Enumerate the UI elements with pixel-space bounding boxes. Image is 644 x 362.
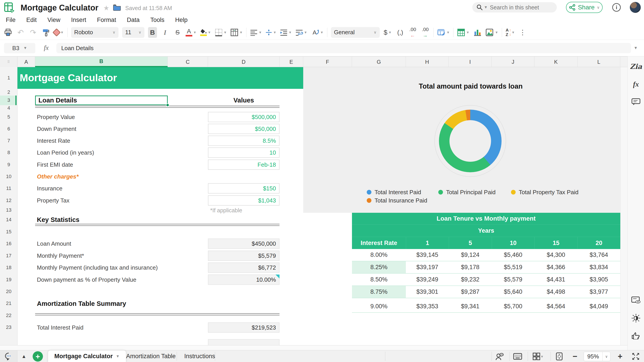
vertical-scrollbar-track[interactable] (620, 67, 628, 345)
header-key-statistics[interactable]: Key Statistics (37, 216, 80, 223)
row-header-2[interactable]: 2 (0, 89, 18, 95)
info-button[interactable]: i (612, 3, 621, 12)
zoom-level-select[interactable]: 95% ∨ (584, 352, 610, 361)
value-loan-period[interactable]: 10 (208, 147, 280, 158)
menu-help[interactable]: Help (175, 17, 188, 24)
zoom-out-button[interactable]: − (570, 352, 580, 361)
favorite-star-icon[interactable]: ★ (103, 4, 109, 12)
legend-total-property-tax[interactable]: Total Property Tax Paid (511, 189, 578, 196)
row-header-14[interactable]: 14 (0, 217, 18, 223)
row-header-1[interactable]: 1 (0, 75, 18, 81)
merge-cells-button[interactable]: a ▼ (230, 27, 242, 38)
comments-panel-button[interactable] (628, 98, 644, 105)
row-header-6[interactable]: 6 (0, 126, 18, 132)
value-first-emi-date[interactable]: Feb-18 (208, 160, 280, 170)
borders-button[interactable]: ▼ (215, 27, 227, 38)
increase-decimal-button[interactable]: .00→ (421, 27, 430, 38)
col-header-l[interactable]: L (578, 57, 620, 67)
value-down-payment-pct[interactable]: 10.00% (208, 274, 280, 285)
label-property-value[interactable]: Property Value (37, 114, 75, 121)
col-header-k[interactable]: K (534, 57, 578, 67)
menu-view[interactable]: View (48, 17, 60, 24)
value-insurance[interactable]: $150 (208, 183, 280, 194)
print-button[interactable] (4, 27, 12, 38)
insert-chart-button[interactable] (473, 27, 482, 38)
label-insurance[interactable]: Insurance (37, 185, 62, 192)
tab-amortization-table[interactable]: Amortization Table (121, 350, 181, 362)
comma-format-button[interactable]: (,) (396, 27, 405, 38)
decrease-decimal-button[interactable]: .00← (408, 27, 417, 38)
row-header-18[interactable]: 18 (0, 265, 18, 270)
bold-button[interactable]: B (148, 27, 157, 38)
add-sheet-button[interactable]: + (33, 351, 43, 361)
row-header-5[interactable]: 5 (0, 114, 18, 120)
col-header-a[interactable]: A (18, 57, 35, 67)
label-interest-rate[interactable]: Interest Rate (37, 137, 70, 144)
virtual-keyboard-button[interactable] (513, 352, 522, 361)
select-all-corner[interactable]: ⠿ (0, 57, 18, 67)
share-button[interactable]: Share ∨ (566, 2, 603, 13)
tab-instructions[interactable]: Instructions (179, 350, 220, 362)
table-row[interactable]: 8.75% $39,301 $9,287 $5,640 $4,498 $3,97… (352, 286, 620, 298)
row-header-22[interactable]: 22 (0, 312, 18, 318)
value-down-payment[interactable]: $50,000 (208, 124, 280, 134)
strikethrough-button[interactable]: S (173, 27, 182, 38)
sheet-view-button[interactable] (628, 296, 644, 304)
col-header-h[interactable]: H (406, 57, 448, 67)
value-interest-rate[interactable]: 8.5% (208, 136, 280, 146)
horizontal-scrollbar-track[interactable] (0, 345, 628, 350)
fill-color-button[interactable]: ▼ (200, 27, 211, 38)
tab-mortgage-calculator[interactable]: Mortgage Calculator▼ (48, 350, 126, 362)
col-header-d[interactable]: D (208, 57, 280, 67)
col-header-g[interactable]: G (352, 57, 406, 67)
undo-button[interactable]: ↶ (16, 27, 25, 38)
currency-format-button[interactable]: $ ▼ (383, 27, 392, 38)
row-header-3[interactable]: 3 (0, 97, 18, 103)
menu-insert[interactable]: Insert (71, 17, 86, 24)
italic-button[interactable]: I (160, 27, 170, 38)
user-avatar[interactable] (630, 2, 641, 13)
row-header-10[interactable]: 10 (0, 174, 18, 179)
header-amortization-summary[interactable]: Amortization Table Summary (37, 300, 126, 307)
collaborators-button[interactable] (495, 352, 504, 361)
col-header-j[interactable]: J (492, 57, 534, 67)
value-monthly-payment-incl[interactable]: $6,772 (208, 262, 280, 273)
chat-button[interactable] (0, 350, 18, 362)
horizontal-align-button[interactable]: ▼ (250, 27, 262, 38)
row-header-15[interactable]: 15 (0, 229, 18, 235)
dark-mode-button[interactable] (628, 313, 644, 323)
formula-bar-expand-chevron-icon[interactable]: ▼ (634, 46, 638, 50)
row-header-17[interactable]: 17 (0, 253, 18, 259)
menu-file[interactable]: File (6, 17, 16, 24)
folder-icon[interactable] (113, 4, 121, 11)
value-monthly-payment[interactable]: $5,579 (208, 251, 280, 261)
label-other-charges[interactable]: Other charges* (37, 173, 78, 180)
row-header-7[interactable]: 7 (0, 138, 18, 144)
table-row[interactable]: 9.00% $39,353 $9,341 $5,700 $4,564 $4,04… (352, 300, 620, 313)
col-header-b[interactable]: B (35, 57, 168, 67)
label-down-payment-pct[interactable]: Down payment as % of Property Value (37, 276, 136, 283)
legend-total-principal[interactable]: Total Principal Paid (438, 189, 496, 196)
value-property-value[interactable]: $500,000 (208, 112, 280, 122)
table-row[interactable]: 8.50% $39,249 $9,232 $5,579 $4,431 $3,90… (352, 274, 620, 286)
col-header-e[interactable]: E (280, 57, 303, 67)
selected-cell-loan-details[interactable]: Loan Details (35, 96, 168, 105)
value-total-interest-paid[interactable]: $219,523 (208, 322, 280, 333)
font-color-button[interactable]: A ▼ (186, 27, 196, 38)
row-header-23[interactable]: 23 (0, 324, 18, 330)
value-loan-amount[interactable]: $450,000 (208, 238, 280, 249)
donut-chart[interactable] (434, 105, 506, 177)
table-row[interactable]: 8.00% $39,145 $9,124 $5,460 $4,300 $3,76… (352, 249, 620, 261)
zoom-in-button[interactable]: + (616, 352, 625, 361)
legend-total-insurance[interactable]: Total Insurance Paid (367, 197, 427, 204)
more-tools-button[interactable]: ⋮ (518, 27, 527, 38)
label-monthly-payment-incl[interactable]: Monthly Payment (including tax and insur… (37, 264, 158, 271)
freeze-panes-button[interactable]: ▼ (531, 352, 545, 361)
row-header-9[interactable]: 9 (0, 162, 18, 168)
row-header-16[interactable]: 16 (0, 241, 18, 247)
row-header-19[interactable]: 19 (0, 277, 18, 283)
row-header-11[interactable]: 11 (0, 185, 18, 191)
col-header-f[interactable]: F (303, 57, 352, 67)
search-options-chevron-icon[interactable]: ▼ (484, 5, 488, 10)
sheet-list-button[interactable]: ▲ (22, 353, 26, 359)
